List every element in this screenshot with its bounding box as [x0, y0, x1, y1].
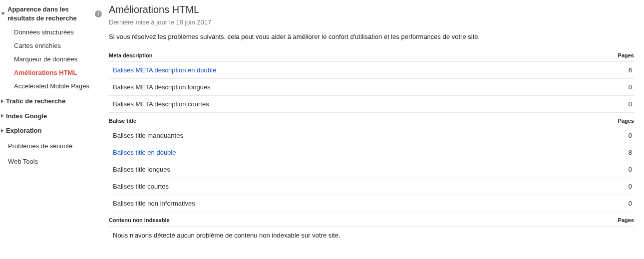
issue-label: Balises title manquantes [113, 132, 629, 139]
issue-label: Balises title non informatives [113, 200, 629, 207]
issue-count: 0 [629, 83, 632, 91]
section-title: Meta description [109, 52, 152, 58]
issue-row[interactable]: Balises title en double 8 [109, 144, 634, 161]
issue-row: Balises title longues 0 [109, 161, 634, 178]
issue-label: Balises META description courtes [113, 100, 629, 108]
nav-section-label: Exploration [6, 126, 102, 135]
issue-row: Balises META description longues 0 [109, 79, 634, 96]
issue-row[interactable]: Balises META description en double 6 [109, 62, 634, 79]
issue-label: Balises META description en double [113, 66, 629, 74]
issue-row: Balises META description courtes 0 [109, 96, 634, 113]
sidebar: Apparence dans les résultats de recherch… [0, 0, 105, 247]
sidebar-item-rich-cards[interactable]: Cartes enrichies [14, 39, 105, 52]
issue-label: Balises META description longues [113, 83, 629, 91]
nav-section-label: Index Google [6, 112, 102, 121]
issue-count: 8 [629, 149, 632, 156]
sidebar-item-data-marker[interactable]: Marqueur de données [14, 52, 105, 66]
issue-count: 0 [629, 166, 632, 173]
nav-section-search-traffic[interactable]: Trafic de recherche [0, 94, 105, 109]
issue-row: Balises title manquantes 0 [109, 127, 634, 144]
info-icon[interactable]: i [95, 10, 102, 17]
pages-column-label: Pages [618, 118, 634, 124]
page-title: Améliorations HTML [109, 0, 634, 18]
issue-count: 0 [629, 132, 632, 139]
sidebar-item-amp[interactable]: Accelerated Mobile Pages [14, 79, 105, 93]
nav-section-crawl[interactable]: Exploration [0, 123, 105, 138]
issue-count: 0 [629, 200, 632, 207]
caret-right-icon [1, 114, 3, 118]
issue-row: Balises title non informatives 0 [109, 195, 634, 212]
no-issues-note: Nous n'avons détecté aucun problème de c… [109, 227, 634, 247]
sidebar-item-security[interactable]: Problèmes de sécurité [0, 138, 105, 154]
last-updated: Dernière mise à jour le 18 juin 2017 [109, 18, 634, 33]
intro-text: Si vous résolvez les problèmes suivants,… [109, 33, 634, 47]
nav-section-google-index[interactable]: Index Google [0, 109, 105, 124]
caret-right-icon [1, 99, 3, 103]
pages-column-label: Pages [618, 217, 634, 223]
nav-section-label: Apparence dans les résultats de recherch… [7, 5, 93, 22]
sidebar-item-web-tools[interactable]: Web Tools [0, 154, 105, 169]
issue-count: 0 [629, 183, 632, 190]
caret-down-icon [1, 12, 5, 15]
nav-section-appearance[interactable]: Apparence dans les résultats de recherch… [0, 2, 105, 25]
section-header-nonindexable: Contenu non indexable Pages [109, 212, 634, 227]
sidebar-item-html-improvements[interactable]: Améliorations HTML [14, 66, 105, 79]
issue-count: 0 [629, 100, 632, 108]
nav-sub-list: Données structurées Cartes enrichies Mar… [0, 25, 105, 93]
nav-section-label: Trafic de recherche [6, 97, 102, 106]
section-header-meta: Meta description Pages [109, 47, 634, 62]
section-header-title: Balise title Pages [109, 113, 634, 127]
issue-row: Balises title courtes 0 [109, 178, 634, 195]
issue-label: Balises title longues [113, 166, 629, 173]
issue-label: Balises title en double [113, 149, 629, 156]
issue-count: 6 [629, 66, 632, 74]
pages-column-label: Pages [618, 52, 634, 58]
main-content: Améliorations HTML Dernière mise à jour … [105, 0, 644, 247]
issue-label: Balises title courtes [113, 183, 629, 190]
sidebar-item-structured-data[interactable]: Données structurées [14, 25, 105, 39]
caret-right-icon [1, 129, 3, 133]
section-title: Contenu non indexable [109, 217, 170, 223]
section-title: Balise title [109, 118, 136, 124]
